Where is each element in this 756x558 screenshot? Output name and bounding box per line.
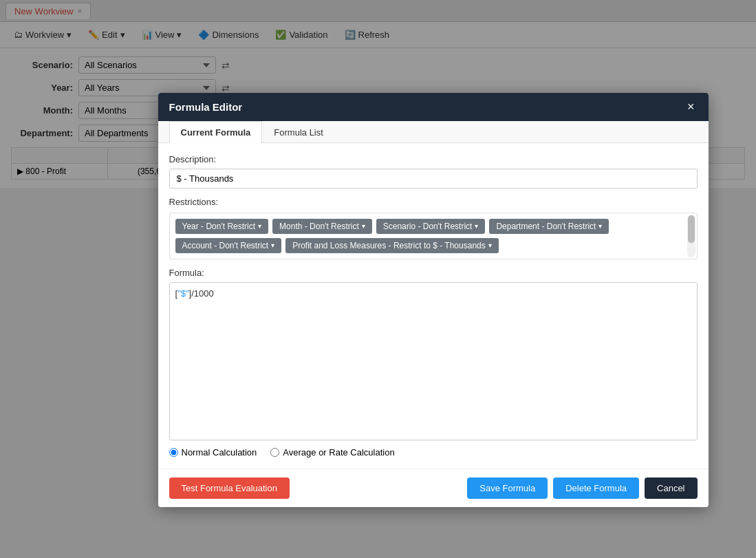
restriction-scenario[interactable]: Scenario - Don't Restrict ▾ [376, 219, 486, 234]
save-formula-button[interactable]: Save Formula [467, 477, 548, 499]
scroll-bar [687, 215, 695, 257]
description-label: Description: [169, 154, 698, 164]
restrictions-label: Restrictions: [169, 197, 698, 207]
restriction-department[interactable]: Department - Don't Restrict ▾ [489, 219, 609, 234]
formula-editor-area[interactable]: ["$"]/1000 [169, 282, 698, 440]
average-calc-option[interactable]: Average or Rate Calculation [270, 447, 394, 458]
tab-current-formula[interactable]: Current Formula [169, 121, 263, 143]
restriction-year[interactable]: Year - Don't Restrict ▾ [175, 219, 269, 234]
delete-formula-button[interactable]: Delete Formula [553, 477, 639, 499]
description-input[interactable] [169, 169, 698, 189]
restrictions-container: Year - Don't Restrict ▾ Month - Don't Re… [169, 213, 698, 259]
scroll-thumb [688, 215, 695, 243]
restriction-pnl[interactable]: Profit and Loss Measures - Restrict to $… [285, 238, 499, 253]
modal-tab-bar: Current Formula Formula List [158, 121, 709, 143]
restriction-account[interactable]: Account - Don't Restrict ▾ [175, 238, 282, 253]
normal-calc-label: Normal Calculation [182, 447, 257, 458]
formula-string-val: "$" [177, 288, 188, 299]
tab-formula-list[interactable]: Formula List [262, 121, 335, 143]
modal-title: Formula Editor [169, 101, 243, 113]
modal-footer: Test Formula Evaluation Save Formula Del… [158, 469, 709, 507]
restriction-month[interactable]: Month - Don't Restrict ▾ [272, 219, 372, 234]
test-formula-button[interactable]: Test Formula Evaluation [169, 477, 290, 499]
normal-calc-option[interactable]: Normal Calculation [169, 447, 257, 458]
formula-label: Formula: [169, 268, 698, 278]
formula-expression: ]/1000 [189, 288, 214, 299]
modal-close-button[interactable]: × [684, 100, 698, 114]
average-calc-radio[interactable] [270, 448, 279, 457]
calculation-type-group: Normal Calculation Average or Rate Calcu… [169, 447, 698, 458]
footer-right-buttons: Save Formula Delete Formula Cancel [467, 477, 697, 499]
cancel-button[interactable]: Cancel [645, 477, 697, 499]
formula-editor-modal: Formula Editor × Current Formula Formula… [158, 93, 709, 507]
normal-calc-radio[interactable] [169, 448, 178, 457]
modal-body: Description: Restrictions: Year - Don't … [158, 143, 709, 469]
modal-header: Formula Editor × [158, 93, 709, 121]
average-calc-label: Average or Rate Calculation [283, 447, 394, 458]
